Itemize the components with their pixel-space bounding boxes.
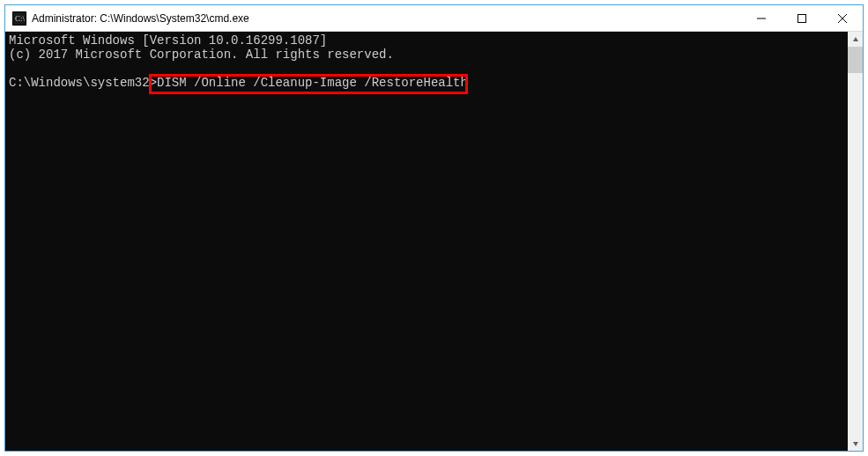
svg-rect-4 xyxy=(798,14,806,22)
prompt: C:\Windows\system32> xyxy=(9,76,157,90)
svg-marker-7 xyxy=(853,37,858,41)
window-controls xyxy=(741,5,863,31)
cmd-window: C:\ Administrator: C:\Windows\System32\c… xyxy=(4,4,864,452)
vertical-scrollbar[interactable] xyxy=(848,32,863,451)
maximize-button[interactable] xyxy=(782,5,822,31)
titlebar[interactable]: C:\ Administrator: C:\Windows\System32\c… xyxy=(5,5,863,32)
close-button[interactable] xyxy=(822,5,863,31)
scroll-up-button[interactable] xyxy=(848,32,863,47)
svg-marker-8 xyxy=(853,442,858,446)
minimize-button[interactable] xyxy=(741,5,782,31)
cmd-icon: C:\ xyxy=(12,11,26,26)
scroll-thumb[interactable] xyxy=(848,47,863,73)
scroll-down-button[interactable] xyxy=(848,436,863,451)
svg-text:C:\: C:\ xyxy=(15,14,26,23)
copyright-line: (c) 2017 Microsoft Corporation. All righ… xyxy=(9,48,394,62)
version-line: Microsoft Windows [Version 10.0.16299.10… xyxy=(9,33,327,48)
window-title: Administrator: C:\Windows\System32\cmd.e… xyxy=(32,12,741,25)
terminal-output[interactable]: Microsoft Windows [Version 10.0.16299.10… xyxy=(5,32,848,451)
command-input[interactable]: DISM /Online /Cleanup-Image /RestoreHeal… xyxy=(157,76,468,90)
client-area: Microsoft Windows [Version 10.0.16299.10… xyxy=(5,32,863,451)
